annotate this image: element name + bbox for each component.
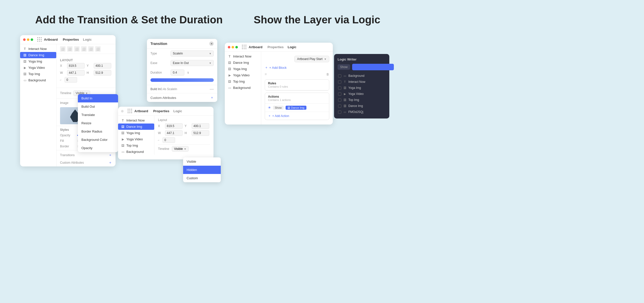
dropdown-item-buildout[interactable]: Build Out [78, 102, 118, 111]
align-left-btn[interactable]: ⬜ [60, 46, 66, 52]
lw-layer-interact[interactable]: T Interact Now [338, 79, 386, 85]
image-icon-2: 🖼 [23, 60, 27, 63]
x-input[interactable] [67, 63, 85, 69]
duration-unit: s [187, 71, 189, 74]
layer-item-interact-1[interactable]: T Interact Now [20, 46, 56, 52]
tab-properties-3[interactable]: Properties [267, 45, 284, 49]
layer-item-bg-1[interactable]: ▭ Background [20, 77, 56, 83]
transitions-dropdown: Build In Build Out Translate Resize Bord… [78, 94, 118, 152]
layer-item-yoga-vid-2[interactable]: ▶ Yoga Video [118, 136, 154, 142]
align-top-btn[interactable]: ⬜ [81, 46, 87, 52]
layer-item-yoga-img-3[interactable]: 🖼 Yoga Img [225, 66, 261, 72]
lw-layer-top-img[interactable]: 🖼 Top Img [338, 97, 386, 103]
layer-item-yoga-img-2[interactable]: 🖼 Yoga Img [118, 130, 154, 136]
rules-sub: Contains 0 rules [268, 85, 288, 88]
r-input-2[interactable] [163, 137, 175, 143]
align-bottom-btn[interactable]: ⬜ [95, 46, 101, 52]
align-vcenter-btn[interactable]: ⬜ [88, 46, 94, 52]
build-in-row: Build In 0.4s ScaleIn — [147, 85, 217, 93]
dropdown-item-borderradius[interactable]: Border Radius [78, 127, 118, 136]
add-action-btn[interactable]: ＋ + Add Action [265, 112, 329, 120]
dropdown-item-resize[interactable]: Resize [78, 119, 118, 127]
h-input-2[interactable] [192, 130, 209, 136]
modal-custom-attrs-add[interactable]: ＋ [210, 95, 214, 100]
tab-logic-3[interactable]: Logic [288, 45, 296, 49]
lw-layer-background[interactable]: ▭ Background [338, 73, 386, 79]
win-close-3 [228, 46, 230, 48]
modal-ease-value: Ease In Out [173, 61, 189, 65]
layer-item-yoga-img-1[interactable]: 🖼 Yoga Img [20, 58, 56, 65]
modal-ease-select[interactable]: Ease In Out ▼ [171, 60, 214, 66]
add-block-btn[interactable]: ＋ + Add Block [261, 64, 333, 71]
layer-item-interact-2[interactable]: T Interact Now [118, 117, 154, 124]
win-min-3 [232, 46, 234, 48]
logic-dropdown[interactable]: Artboard Play Start ▼ [294, 56, 329, 62]
layer-item-dance-2[interactable]: 🖼 Dance Img [118, 124, 154, 130]
h-label: H [87, 71, 92, 75]
lw-icon-yoga-vid: ▶ [343, 92, 347, 96]
custom-attrs-add-btn[interactable]: ＋ [109, 160, 112, 165]
modal-custom-attrs: Custom Attributes ＋ [147, 93, 217, 102]
logic-writer-panel: Logic Writer Show ▭ Background T Interac… [334, 54, 389, 118]
image-icon-3: 🖼 [23, 72, 27, 76]
dropdown-item-opacity[interactable]: Opacity [78, 144, 118, 152]
vd-hidden[interactable]: Hidden [183, 166, 221, 174]
dance-badge-label: Dance Img [291, 106, 304, 109]
x-input-2[interactable] [165, 123, 183, 129]
layer-item-dance-1[interactable]: 🖼 Dance Img [20, 52, 56, 58]
modal-duration-input[interactable] [171, 70, 184, 76]
layer-item-yoga-vid-1[interactable]: ▶ Yoga Video [20, 65, 56, 71]
dropdown-item-bgcolor[interactable]: Background Color [78, 136, 118, 144]
text-icon-3: T [228, 55, 231, 58]
layer-item-top-img-3[interactable]: 🖼 Top Img [225, 78, 261, 85]
lw-layer-dance-img[interactable]: 🖼 Dance Img [338, 103, 386, 109]
lw-title: Logic Writer [338, 57, 386, 61]
modal-close-btn[interactable]: ✕ [209, 41, 214, 46]
modal-type-select[interactable]: ScaleIn ▼ [171, 50, 214, 56]
build-in-minus[interactable]: — [210, 87, 214, 91]
y-input-2[interactable] [192, 123, 209, 129]
modal-duration-row: Duration s [147, 68, 217, 77]
align-center-btn[interactable]: ⬜ [67, 46, 73, 52]
lw-input[interactable] [352, 64, 394, 70]
layer-item-bg-3[interactable]: ▭ Background [225, 85, 261, 91]
tab-logic-1[interactable]: Logic [83, 38, 92, 41]
layer-item-top-img-2[interactable]: 🖼 Top Img [118, 142, 154, 149]
rules-header: Rules Contains 0 rules [265, 80, 329, 90]
layer-list-2: T Interact Now 🖼 Dance Img 🖼 Yoga Img ▶ … [118, 117, 154, 155]
tab-logic-2[interactable]: Logic [173, 109, 182, 113]
y-input[interactable] [94, 63, 111, 69]
vd-custom[interactable]: Custom [183, 174, 221, 182]
r-input[interactable] [65, 77, 77, 83]
lw-layer-yoga-img[interactable]: 🖼 Yoga Img [338, 85, 386, 91]
dropdown-item-translate[interactable]: Translate [78, 111, 118, 119]
transitions-add-btn[interactable]: ＋ [109, 153, 112, 157]
tab-properties-2[interactable]: Properties [153, 109, 169, 113]
lw-icon-fmod: ▭ [343, 110, 347, 114]
layer-item-dance-3[interactable]: 🖼 Dance Img [225, 59, 261, 66]
trash-icon[interactable]: 🗑 [326, 73, 329, 76]
show-badge: Show [273, 106, 284, 110]
align-right-btn[interactable]: ⬜ [74, 46, 80, 52]
h-input[interactable] [94, 70, 111, 76]
w-input-2[interactable] [165, 130, 183, 136]
vd-visible[interactable]: Visible [183, 157, 221, 166]
layer-item-yoga-vid-3[interactable]: ▶ Yoga Video [225, 72, 261, 78]
layer-item-bg-2[interactable]: ▭ Background [118, 149, 154, 155]
win-max[interactable] [31, 38, 33, 41]
layout-label-1: Layout [60, 58, 112, 62]
w-input[interactable] [67, 70, 85, 76]
panel1-tabs: Properties Logic [63, 38, 92, 41]
layer-item-top-img-1[interactable]: 🖼 Top Img [20, 71, 56, 77]
win-close[interactable] [23, 38, 26, 41]
lw-layer-yoga-vid[interactable]: ▶ Yoga Video [338, 91, 386, 97]
dropdown-item-buildin[interactable]: Build In [78, 94, 118, 102]
win-min[interactable] [27, 38, 29, 41]
tab-properties-1[interactable]: Properties [63, 38, 79, 41]
win-controls-2 [121, 110, 124, 112]
lw-layer-fmod[interactable]: ▭ FMOdJSQj [338, 109, 386, 115]
timeline-select-2[interactable]: Visible ▼ [172, 146, 189, 152]
lw-checkbox-dance [338, 104, 341, 108]
layer-item-interact-3[interactable]: T Interact Now [225, 53, 261, 59]
modal-type-row: Type ScaleIn ▼ [147, 49, 217, 58]
